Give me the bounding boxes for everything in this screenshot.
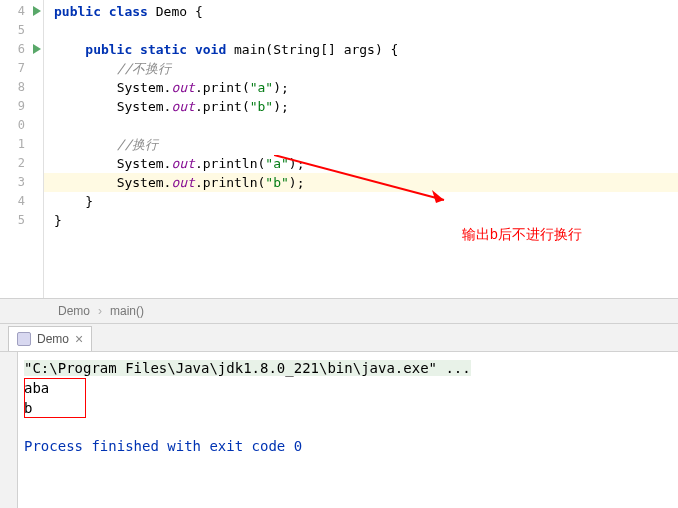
console-toolbar bbox=[0, 352, 18, 508]
gutter-line: 0 bbox=[0, 116, 43, 135]
console-tab-label: Demo bbox=[37, 332, 69, 346]
console-tab[interactable]: Demo × bbox=[8, 326, 92, 351]
annotation-label: 输出b后不进行换行 bbox=[462, 226, 582, 244]
run-config-icon bbox=[17, 332, 31, 346]
console-tab-bar: Demo × bbox=[0, 324, 678, 352]
run-gutter-icon[interactable] bbox=[33, 44, 41, 54]
gutter-line: 4 bbox=[0, 2, 43, 21]
console-command: "C:\Program Files\Java\jdk1.8.0_221\bin\… bbox=[24, 360, 471, 376]
console-line: aba bbox=[24, 378, 672, 398]
gutter-line: 2 bbox=[0, 154, 43, 173]
run-gutter-icon[interactable] bbox=[33, 6, 41, 16]
chevron-right-icon: › bbox=[98, 298, 102, 324]
gutter-line: 6 bbox=[0, 40, 43, 59]
console-line: b bbox=[24, 398, 672, 418]
gutter-line: 1 bbox=[0, 135, 43, 154]
gutter-line: 7 bbox=[0, 59, 43, 78]
console-output[interactable]: "C:\Program Files\Java\jdk1.8.0_221\bin\… bbox=[0, 352, 678, 508]
breadcrumb[interactable]: Demo › main() bbox=[0, 298, 678, 324]
breadcrumb-item[interactable]: Demo bbox=[58, 298, 90, 324]
code-content[interactable]: public class Demo { public static void m… bbox=[44, 0, 678, 298]
gutter-line: 5 bbox=[0, 21, 43, 40]
gutter-line: 8 bbox=[0, 78, 43, 97]
code-editor[interactable]: 4 5 6 7 8 9 0 1 2 3 4 5 public class Dem… bbox=[0, 0, 678, 298]
breadcrumb-item[interactable]: main() bbox=[110, 298, 144, 324]
gutter-line: 9 bbox=[0, 97, 43, 116]
gutter-line: 3 bbox=[0, 173, 43, 192]
gutter-line: 4 bbox=[0, 192, 43, 211]
close-icon[interactable]: × bbox=[75, 331, 83, 347]
line-gutter: 4 5 6 7 8 9 0 1 2 3 4 5 bbox=[0, 0, 44, 298]
console-exit-message: Process finished with exit code 0 bbox=[24, 436, 672, 456]
gutter-line: 5 bbox=[0, 211, 43, 230]
